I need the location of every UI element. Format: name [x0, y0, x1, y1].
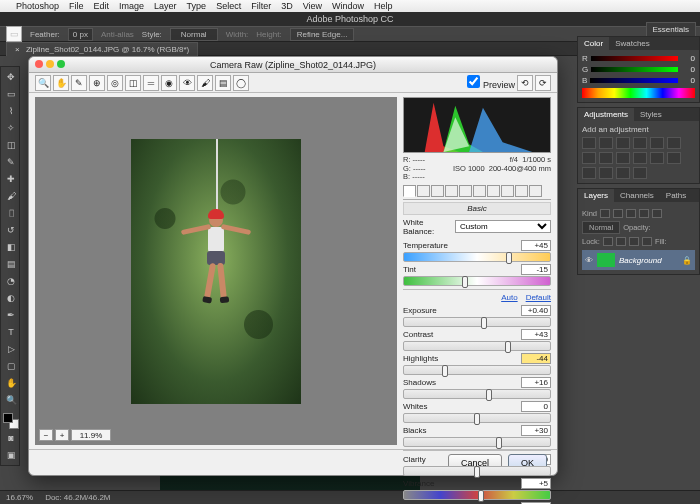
menu-type[interactable]: Type [187, 1, 207, 11]
adj-selective-icon[interactable] [633, 167, 647, 179]
tab-basic-icon[interactable] [403, 185, 416, 197]
adj-threshold-icon[interactable] [599, 167, 613, 179]
history-brush-icon[interactable]: ↺ [3, 222, 19, 238]
menu-layer[interactable]: Layer [154, 1, 177, 11]
crop-tool-icon[interactable]: ◫ [3, 137, 19, 153]
gradient-tool-icon[interactable]: ▤ [3, 256, 19, 272]
shape-tool-icon[interactable]: ▢ [3, 358, 19, 374]
feather-value[interactable]: 0 px [68, 28, 93, 41]
stamp-tool-icon[interactable]: ⌷ [3, 205, 19, 221]
menu-window[interactable]: Window [332, 1, 364, 11]
pen-tool-icon[interactable]: ✒ [3, 307, 19, 323]
menu-help[interactable]: Help [374, 1, 393, 11]
marquee-tool-icon[interactable]: ▭ [3, 86, 19, 102]
tab-adjustments[interactable]: Adjustments [578, 108, 634, 121]
tab-swatches[interactable]: Swatches [609, 37, 656, 50]
preview-checkbox[interactable]: Preview [467, 75, 515, 90]
adj-levels-icon[interactable] [599, 137, 613, 149]
contrast-slider[interactable] [403, 341, 551, 351]
lock-pixel-icon[interactable] [616, 237, 626, 246]
menu-filter[interactable]: Filter [251, 1, 271, 11]
cr-adjbrush-icon[interactable]: 🖌 [197, 75, 213, 91]
tab-snap-icon[interactable] [529, 185, 542, 197]
lock-trans-icon[interactable] [603, 237, 613, 246]
type-tool-icon[interactable]: T [3, 324, 19, 340]
lock-all-icon[interactable] [642, 237, 652, 246]
tab-channels[interactable]: Channels [614, 189, 660, 202]
tint-value[interactable]: -15 [521, 264, 551, 275]
cr-hand-icon[interactable]: ✋ [53, 75, 69, 91]
layer-name[interactable]: Background [619, 256, 662, 265]
cr-rotate-ccw-icon[interactable]: ⟲ [517, 75, 533, 91]
clarity-slider[interactable] [403, 466, 551, 476]
screenmode-icon[interactable]: ▣ [3, 447, 19, 463]
heal-tool-icon[interactable]: ✚ [3, 171, 19, 187]
dodge-tool-icon[interactable]: ◐ [3, 290, 19, 306]
menu-file[interactable]: File [69, 1, 84, 11]
contrast-value[interactable]: +43 [521, 329, 551, 340]
tab-styles[interactable]: Styles [634, 108, 668, 121]
blur-tool-icon[interactable]: ◔ [3, 273, 19, 289]
workspace-switcher[interactable]: Essentials [646, 22, 696, 37]
adj-vibrance-icon[interactable] [650, 137, 664, 149]
tab-cal-icon[interactable] [501, 185, 514, 197]
marquee-icon[interactable]: ▭ [6, 26, 22, 42]
lasso-tool-icon[interactable]: ⌇ [3, 103, 19, 119]
r-slider[interactable] [591, 56, 678, 61]
temperature-value[interactable]: +45 [521, 240, 551, 251]
auto-link[interactable]: Auto [501, 293, 517, 302]
zoom-tool-icon[interactable]: 🔍 [3, 392, 19, 408]
whites-value[interactable]: 0 [521, 401, 551, 412]
style-select[interactable]: Normal [170, 28, 218, 41]
adj-photo-filter-icon[interactable] [616, 152, 630, 164]
zoom-in-button[interactable]: + [55, 429, 69, 441]
white-balance-select[interactable]: Custom [455, 220, 551, 233]
cr-rotate-cw-icon[interactable]: ⟳ [535, 75, 551, 91]
exposure-slider[interactable] [403, 317, 551, 327]
cr-radial-icon[interactable]: ◯ [233, 75, 249, 91]
exposure-value[interactable]: +0.40 [521, 305, 551, 316]
tab-lens-icon[interactable] [473, 185, 486, 197]
cr-grad-icon[interactable]: ▤ [215, 75, 231, 91]
adj-invert-icon[interactable] [667, 152, 681, 164]
eyedropper-tool-icon[interactable]: ✎ [3, 154, 19, 170]
dialog-titlebar[interactable]: Camera Raw (Zipline_Shot02_0144.JPG) [29, 57, 557, 73]
highlights-slider[interactable] [403, 365, 551, 375]
adj-bw-icon[interactable] [599, 152, 613, 164]
menu-edit[interactable]: Edit [94, 1, 110, 11]
move-tool-icon[interactable]: ✥ [3, 69, 19, 85]
tint-slider[interactable] [403, 276, 551, 286]
tab-split-icon[interactable] [459, 185, 472, 197]
hand-tool-icon[interactable]: ✋ [3, 375, 19, 391]
tab-paths[interactable]: Paths [660, 189, 692, 202]
g-slider[interactable] [591, 67, 678, 72]
close-icon[interactable]: × [15, 45, 20, 54]
tab-hsl-icon[interactable] [445, 185, 458, 197]
adj-exposure-icon[interactable] [633, 137, 647, 149]
adj-lookup-icon[interactable] [650, 152, 664, 164]
cr-redeye-icon[interactable]: 👁 [179, 75, 195, 91]
menu-app[interactable]: Photoshop [16, 1, 59, 11]
doc-info[interactable]: Doc: 46.2M/46.2M [45, 493, 110, 502]
adj-gradmap-icon[interactable] [616, 167, 630, 179]
tab-fx-icon[interactable] [487, 185, 500, 197]
blacks-slider[interactable] [403, 437, 551, 447]
adj-curves-icon[interactable] [616, 137, 630, 149]
menu-select[interactable]: Select [216, 1, 241, 11]
refine-edge-button[interactable]: Refine Edge... [290, 28, 355, 41]
r-value[interactable]: 0 [681, 54, 695, 63]
cr-sampler-icon[interactable]: ⊕ [89, 75, 105, 91]
zoom-out-button[interactable]: − [39, 429, 53, 441]
cr-target-icon[interactable]: ◎ [107, 75, 123, 91]
whites-slider[interactable] [403, 413, 551, 423]
cr-wb-icon[interactable]: ✎ [71, 75, 87, 91]
menu-3d[interactable]: 3D [281, 1, 293, 11]
minimize-window-icon[interactable] [46, 60, 54, 68]
blend-mode-select[interactable]: Normal [582, 221, 620, 234]
document-tab[interactable]: × Zipline_Shot02_0144.JPG @ 16.7% (RGB/8… [6, 42, 198, 56]
shadows-slider[interactable] [403, 389, 551, 399]
brush-tool-icon[interactable]: 🖌 [3, 188, 19, 204]
tab-color[interactable]: Color [578, 37, 609, 50]
spectrum-picker[interactable] [582, 88, 695, 98]
g-value[interactable]: 0 [681, 65, 695, 74]
